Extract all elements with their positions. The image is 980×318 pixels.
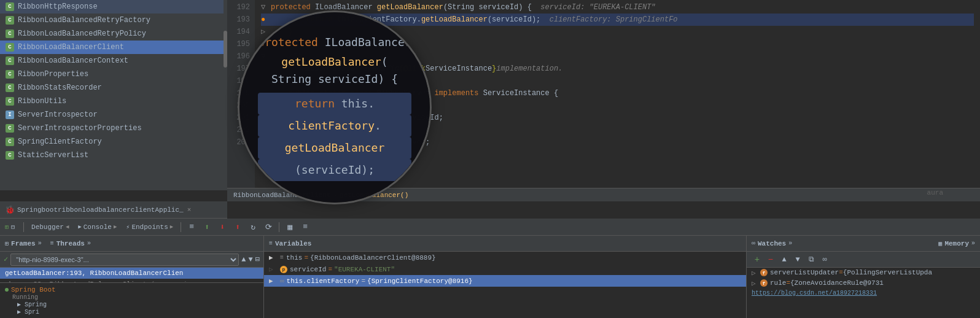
watch-copy-btn[interactable]: ⧉ (806, 254, 817, 265)
settings-btn[interactable]: ▦ (283, 220, 297, 234)
watches-list: ▷ f serverListUpdater = {PollingServerLi… (747, 268, 980, 318)
tab-close-btn[interactable]: × (187, 206, 192, 214)
threads-icon: ≡ (50, 240, 54, 247)
debugger-tab-btn[interactable]: Debugger ◀ (28, 220, 72, 234)
watches-arrow[interactable]: » (788, 240, 792, 247)
running-dot (5, 288, 9, 292)
sidebar-item-11[interactable]: C StaticServerList (0, 149, 227, 162)
file-tree-sidebar: C RibbonHttpResponse C RibbonLoadBalance… (0, 0, 227, 190)
frames-arrow[interactable]: » (38, 240, 42, 247)
watch-eq-1: = (786, 279, 790, 287)
watch-item-1[interactable]: ▷ f rule = {ZoneAvoidanceRule@9731 (747, 278, 980, 289)
watch-add-btn[interactable]: + (752, 254, 763, 265)
step-out-btn[interactable]: ⬆ (231, 220, 244, 234)
var-this-value: {RibbonLoadBalancerClient@8889} (310, 254, 436, 262)
sidebar-item-7[interactable]: C RibbonUtils (0, 95, 227, 108)
watch-label-0: serverListUpdater (770, 269, 839, 276)
var-infinity-icon: ∞ (280, 277, 284, 285)
frame-0-label: getLoadBalancer:193, RibbonLoadBalancerC… (5, 270, 183, 277)
var-expand-clientFactory[interactable]: ▶ (269, 277, 278, 285)
var-item-serviceId[interactable]: ▷ p serviceId = "EUREKA-CLIENT" (264, 263, 746, 275)
frame-item-0[interactable]: getLoadBalancer:193, RibbonLoadBalancerC… (0, 268, 263, 279)
frames-threads-header: ⊞ Frames » ≡ Threads » (0, 236, 263, 252)
session-sub-1[interactable]: ▶ Spring (5, 301, 259, 308)
breadcrumb-separator: › (333, 192, 337, 199)
code-line-192: ▽ protected ILoadBalancer getLoadBalance… (261, 1, 974, 14)
endpoints-tab-btn[interactable]: ⚡ Endpoints ▶ (122, 220, 177, 234)
variables-label: Variables (275, 240, 311, 247)
thread-filter-dropdown[interactable]: "http-nio-8989-exec-3"... (10, 254, 239, 266)
var-item-clientFactory[interactable]: ▶ ∞ this.clientFactory = {SpringClientFa… (264, 275, 746, 287)
debug-mode-btn[interactable]: ⊞ ⊟ (5, 223, 15, 231)
run-to-cursor-btn[interactable]: ↻ (246, 220, 260, 234)
sidebar-item-8[interactable]: I ServerIntrospector (0, 108, 227, 122)
variables-header: ≡ Variables (264, 236, 746, 252)
code-line-195 (261, 38, 974, 50)
sidebar-item-3[interactable]: C RibbonLoadBalancerClient (0, 41, 227, 54)
code-editor: 192 193 194 195 196 197 198 199 200 201 … (227, 0, 980, 190)
var-clientFactory-eq: = (361, 277, 365, 285)
variables-icon: ≡ (269, 240, 273, 247)
watches-section: ∞ Watches » (752, 240, 936, 247)
class-icon-2: C (5, 29, 15, 39)
resume-btn[interactable]: ≡ (185, 220, 198, 234)
code-line-194: ▷ } (261, 26, 974, 38)
up-arrow-btn[interactable]: ▲ (241, 255, 246, 264)
watch-remove-btn[interactable]: − (765, 254, 776, 265)
class-icon-0: C (5, 2, 15, 12)
watch-item-0[interactable]: ▷ f serverListUpdater = {PollingServerLi… (747, 268, 980, 278)
sidebar-item-0[interactable]: C RibbonHttpResponse (0, 0, 227, 14)
watch-expand-0[interactable]: ▷ (752, 269, 760, 277)
watch-url-hint[interactable]: https://blog.csdn.net/a18927218331 (747, 289, 980, 298)
layout-btn[interactable]: ≡ (298, 220, 312, 234)
session-sub-2[interactable]: ▶ Spri (5, 308, 259, 316)
sidebar-item-5[interactable]: C RibbonProperties (0, 68, 227, 81)
class-icon-5: C (5, 69, 15, 79)
console-tab-btn[interactable]: ▶ Console ▶ (74, 220, 120, 234)
sidebar-item-9[interactable]: C ServerIntrospectorProperties (0, 122, 227, 135)
class-icon-1: C (5, 15, 15, 25)
var-serviceId-value: "EUREKA-CLIENT" (334, 266, 395, 273)
memory-arrow[interactable]: » (971, 240, 975, 247)
watch-label-1: rule (770, 279, 786, 287)
grid-icon: ⊞ (5, 223, 9, 231)
breakpoint-193: ● (261, 14, 271, 26)
class-icon-7: C (5, 96, 15, 106)
code-line-199: public static class RibbonServer impleme… (261, 87, 974, 99)
line-numbers: 192 193 194 195 196 197 198 199 200 201 … (227, 0, 255, 190)
filter-icon[interactable]: ⊟ (255, 255, 260, 264)
sidebar-item-2[interactable]: C RibbonLoadBalancedRetryPolicy (0, 27, 227, 41)
frames-label: Frames (11, 240, 36, 247)
watch-infinity-btn[interactable]: ∞ (819, 254, 830, 265)
var-serviceId-eq: = (328, 266, 332, 273)
sidebar-item-10[interactable]: C SpringClientFactory (0, 135, 227, 149)
evaluate-btn[interactable]: ⟳ (262, 220, 275, 234)
debug-panel: ⊞ Frames » ≡ Threads » ✓ "http-nio-8989-… (0, 236, 980, 318)
fold-arrow-194: ▷ (261, 26, 271, 38)
code-line-197: * Ribbon-server-specific {@link ServiceI… (261, 63, 974, 75)
check-icon: ✓ (4, 255, 8, 264)
session-item-boot[interactable]: Spring Boot (5, 285, 259, 294)
var-item-this[interactable]: ▶ ≡ this = {RibbonLoadBalancerClient@888… (264, 252, 746, 263)
var-expand-serviceId[interactable]: ▷ (269, 265, 278, 273)
watch-up-btn[interactable]: ▲ (779, 254, 790, 265)
sidebar-item-4[interactable]: C RibbonLoadBalancerContext (0, 54, 227, 68)
watch-expand-1[interactable]: ▷ (752, 279, 760, 287)
var-expand-this[interactable]: ▶ (269, 254, 278, 262)
sidebar-item-1[interactable]: C RibbonLoadBalancedRetryFactory (0, 14, 227, 27)
sidebar-item-6[interactable]: C RibbonStatsRecorder (0, 81, 227, 95)
interface-icon-8: I (5, 110, 15, 120)
threads-arrow[interactable]: » (87, 240, 91, 247)
step-over-btn[interactable]: ⬆ (200, 220, 214, 234)
watch-down-btn[interactable]: ▼ (792, 254, 803, 265)
code-line-198: */ (261, 75, 974, 87)
var-clientFactory-value: {SpringClientFactory@8916} (367, 277, 473, 285)
watch-value-1: {ZoneAvoidanceRule@9731 (790, 279, 884, 287)
step-into-btn[interactable]: ⬇ (216, 220, 229, 234)
memory-section: ▦ Memory » (938, 240, 975, 247)
variables-list: ▶ ≡ this = {RibbonLoadBalancerClient@888… (264, 252, 746, 318)
class-icon-6: C (5, 83, 15, 93)
down-arrow-btn[interactable]: ▼ (249, 255, 253, 264)
debugger-icons-bar: ⊞ ⊟ Debugger ◀ ▶ Console ▶ ⚡ Endpoints ▶… (0, 219, 980, 236)
frames-panel: ⊞ Frames » ≡ Threads » ✓ "http-nio-8989-… (0, 236, 264, 318)
